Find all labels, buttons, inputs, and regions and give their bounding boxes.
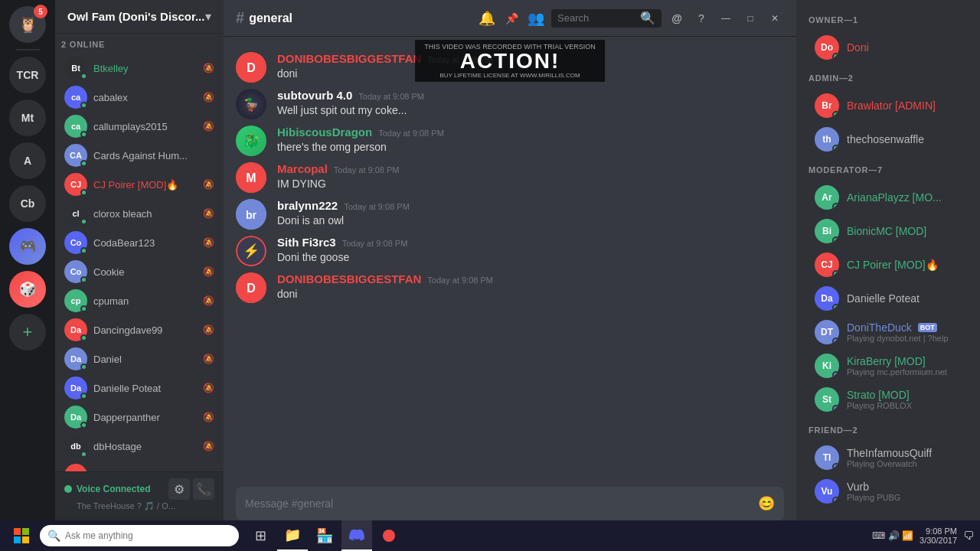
list-item[interactable]: DT DoniTheDuck BOT Playing dynobot.net |… bbox=[802, 315, 974, 349]
status-dot bbox=[80, 364, 87, 370]
member-item[interactable]: CA Cards Against Hum... bbox=[58, 141, 220, 170]
svg-text:M: M bbox=[246, 171, 256, 184]
windows-start-button[interactable] bbox=[6, 523, 37, 548]
list-item[interactable]: Ar ArianaPlayzz [MO... bbox=[802, 181, 974, 214]
close-button[interactable]: ✕ bbox=[766, 9, 784, 28]
message-username: subtovurb 4.0 bbox=[277, 89, 352, 102]
emoji-icon[interactable]: 😊 bbox=[758, 495, 775, 512]
member-item[interactable]: ca cabalex 🔕 bbox=[58, 83, 220, 112]
messages-area: D DONIBOBESBIGGESTFAN Today at 9:08 PM d… bbox=[224, 37, 796, 487]
server-icon-tcr[interactable]: TCR bbox=[9, 57, 46, 93]
member-name: Dancingdave99 bbox=[93, 324, 196, 336]
search-box[interactable]: 🔍 bbox=[551, 9, 662, 28]
member-sub: Playing ROBLOX bbox=[847, 401, 912, 410]
member-name: CodaBear123 bbox=[93, 237, 196, 249]
svg-rect-10 bbox=[14, 536, 21, 543]
member-info: TheInfamousQuiff Playing Overwatch bbox=[847, 447, 932, 468]
member-item[interactable]: Da Dancingdave99 🔕 bbox=[58, 315, 220, 344]
server-icon-a[interactable]: A bbox=[9, 142, 46, 179]
taskbar-search-box[interactable]: 🔍 bbox=[40, 525, 239, 546]
server-icon-img1[interactable]: 🎮 bbox=[9, 228, 46, 265]
member-item[interactable]: Bt Btkelley 🔕 bbox=[58, 54, 220, 83]
taskbar-search-input[interactable] bbox=[65, 530, 231, 541]
help-icon[interactable]: ? bbox=[692, 9, 710, 28]
message-header: DONIBOBESBIGGESTFAN Today at 9:08 PM bbox=[277, 52, 784, 65]
member-item[interactable]: cl clorox bleach 🔕 bbox=[58, 199, 220, 228]
voice-end-btn[interactable]: 📞 bbox=[193, 478, 214, 500]
member-info: KiraBerry [MOD] Playing mc.performium.ne… bbox=[847, 355, 947, 377]
server-icon-cb[interactable]: Cb bbox=[9, 185, 46, 222]
search-icon: 🔍 bbox=[640, 11, 655, 25]
member-avatar: Do bbox=[815, 35, 839, 60]
member-info: Strato [MOD] Playing ROBLOX bbox=[847, 389, 912, 410]
notification-center[interactable]: 🗨 bbox=[963, 530, 974, 542]
list-item[interactable]: th thechosenwaffle bbox=[802, 122, 974, 156]
member-item[interactable]: Da Daniel 🔕 bbox=[58, 344, 220, 373]
store-icon[interactable]: 🏪 bbox=[309, 520, 340, 551]
mute-icon: 🔕 bbox=[202, 178, 214, 191]
bell-icon[interactable]: 🔔 bbox=[478, 9, 496, 28]
message-text: there's the omg person bbox=[277, 140, 784, 155]
server-icon-mt[interactable]: Mt bbox=[9, 99, 46, 136]
add-server-button[interactable]: + bbox=[9, 314, 46, 350]
table-row: D DONIBOBESBIGGESTFAN Today at 9:08 PM d… bbox=[224, 49, 796, 86]
status-ring bbox=[832, 236, 839, 243]
notification-badge: 5 bbox=[34, 5, 47, 18]
member-item[interactable]: CJ CJ Poirer [MOD]🔥 🔕 bbox=[58, 170, 220, 199]
message-timestamp: Today at 9:08 PM bbox=[427, 55, 493, 64]
members-section-admin: ADMIN—2 bbox=[796, 70, 980, 86]
member-item[interactable]: Co CodaBear123 🔕 bbox=[58, 228, 220, 257]
status-dot bbox=[80, 305, 87, 312]
task-view-button[interactable]: ⊞ bbox=[245, 520, 276, 551]
status-dot bbox=[80, 393, 87, 399]
mute-icon: 🔕 bbox=[202, 353, 214, 365]
voice-settings-btn[interactable]: ⚙ bbox=[168, 478, 190, 500]
discord-taskbar-icon[interactable] bbox=[341, 520, 372, 551]
member-item[interactable]: Co Cookie 🔕 bbox=[58, 257, 220, 286]
member-item[interactable]: cp cpuman 🔕 bbox=[58, 286, 220, 315]
member-avatar: CA bbox=[64, 144, 87, 167]
member-name: Dapperpanther bbox=[93, 412, 196, 423]
members-icon[interactable]: 👥 bbox=[527, 9, 545, 28]
server-header[interactable]: Owl Fam (Doni's Discor... ▾ bbox=[55, 0, 224, 34]
mute-icon: 🔕 bbox=[202, 440, 214, 452]
list-item[interactable]: Do Doni bbox=[802, 31, 974, 64]
list-item[interactable]: CJ CJ Poirer [MOD]🔥 bbox=[802, 248, 974, 282]
list-item[interactable]: TI TheInfamousQuiff Playing Overwatch bbox=[802, 441, 974, 474]
member-info: Danielle Poteat bbox=[847, 292, 920, 305]
chevron-down-icon: ▾ bbox=[205, 9, 211, 24]
member-avatar: St bbox=[815, 387, 839, 412]
member-item[interactable]: Da Dapperpanther 🔕 bbox=[58, 403, 220, 432]
mention-icon[interactable]: @ bbox=[668, 9, 686, 28]
pinned-icon[interactable]: 📌 bbox=[502, 9, 521, 28]
list-item[interactable]: Bi BionicMC [MOD] bbox=[802, 214, 974, 248]
search-input[interactable] bbox=[557, 12, 637, 24]
recording-icon[interactable] bbox=[374, 520, 404, 551]
member-name: KiraBerry [MOD] bbox=[847, 355, 947, 367]
list-item[interactable]: Da Danielle Poteat bbox=[802, 282, 974, 315]
member-name: CJ Poirer [MOD]🔥 bbox=[847, 259, 939, 271]
minimize-button[interactable]: — bbox=[717, 9, 735, 28]
member-item[interactable]: Do Doni bbox=[58, 461, 220, 471]
list-item[interactable]: Ki KiraBerry [MOD] Playing mc.performium… bbox=[802, 349, 974, 383]
list-item[interactable]: St Strato [MOD] Playing ROBLOX bbox=[802, 383, 974, 416]
member-item[interactable]: db dbHostage 🔕 bbox=[58, 432, 220, 461]
member-info: Doni bbox=[847, 41, 869, 54]
message-input-box: 😊 bbox=[236, 487, 784, 520]
message-username: Sith Fi3rc3 bbox=[277, 236, 336, 249]
message-header: HibiscousDragon Today at 9:08 PM bbox=[277, 126, 784, 139]
list-item[interactable]: Vu Vurb Playing PUBG bbox=[802, 474, 974, 508]
member-avatar: Bt bbox=[64, 57, 87, 80]
member-name: Daniel bbox=[93, 354, 196, 365]
member-item[interactable]: ca callumplays2015 🔕 bbox=[58, 112, 220, 141]
mute-icon: 🔕 bbox=[202, 411, 214, 423]
file-explorer-icon[interactable]: 📁 bbox=[277, 520, 308, 551]
member-item[interactable]: Da Danielle Poteat 🔕 bbox=[58, 373, 220, 403]
server-icon-img2[interactable]: 🎲 bbox=[9, 271, 46, 308]
message-input[interactable] bbox=[245, 497, 752, 510]
member-avatar: th bbox=[815, 127, 839, 152]
maximize-button[interactable]: □ bbox=[741, 9, 760, 28]
user-icon[interactable]: 🦉 5 bbox=[9, 6, 46, 43]
list-item[interactable]: Br Brawlator [ADMIN] bbox=[802, 89, 974, 122]
member-name: callumplays2015 bbox=[93, 121, 196, 132]
